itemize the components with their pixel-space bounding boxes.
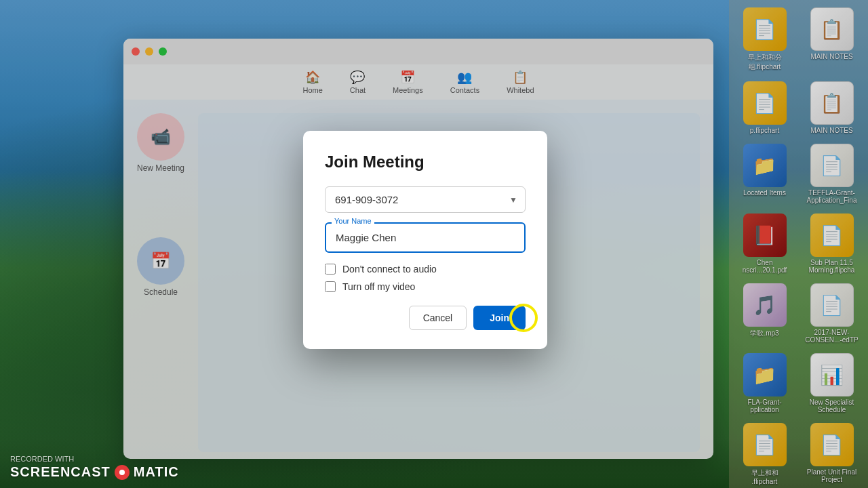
- watermark-top-text: RECORDED WITH: [10, 455, 179, 463]
- no-audio-checkbox[interactable]: [325, 264, 336, 274]
- cursor-indicator: [509, 304, 538, 332]
- name-field-label: Your Name: [332, 217, 374, 225]
- meeting-id-select[interactable]: 691-909-3072: [325, 186, 526, 213]
- join-meeting-dialog: Join Meeting 691-909-3072 ▼ Your Name Do…: [303, 131, 547, 349]
- no-video-row: Turn off my video: [325, 281, 526, 292]
- dialog-title: Join Meeting: [325, 152, 526, 171]
- watermark-circle-icon: [115, 465, 130, 480]
- screencast-watermark: RECORDED WITH SCREENCAST MATIC: [10, 455, 179, 480]
- cancel-button[interactable]: Cancel: [409, 306, 467, 330]
- watermark-bottom: SCREENCAST MATIC: [10, 464, 179, 480]
- dialog-buttons: Cancel Join: [325, 306, 526, 330]
- no-audio-label: Don't connect to audio: [342, 264, 437, 274]
- name-field-wrapper: Your Name: [325, 222, 526, 253]
- no-audio-row: Don't connect to audio: [325, 264, 526, 274]
- no-video-checkbox[interactable]: [325, 281, 336, 292]
- join-button[interactable]: Join: [473, 306, 526, 330]
- no-video-label: Turn off my video: [342, 281, 415, 292]
- watermark-name-text: SCREENCAST: [10, 464, 111, 480]
- watermark-matic-text: MATIC: [134, 464, 179, 480]
- name-input[interactable]: [325, 222, 526, 253]
- record-dot-icon: [119, 470, 125, 475]
- meeting-id-wrapper: 691-909-3072 ▼: [325, 186, 526, 213]
